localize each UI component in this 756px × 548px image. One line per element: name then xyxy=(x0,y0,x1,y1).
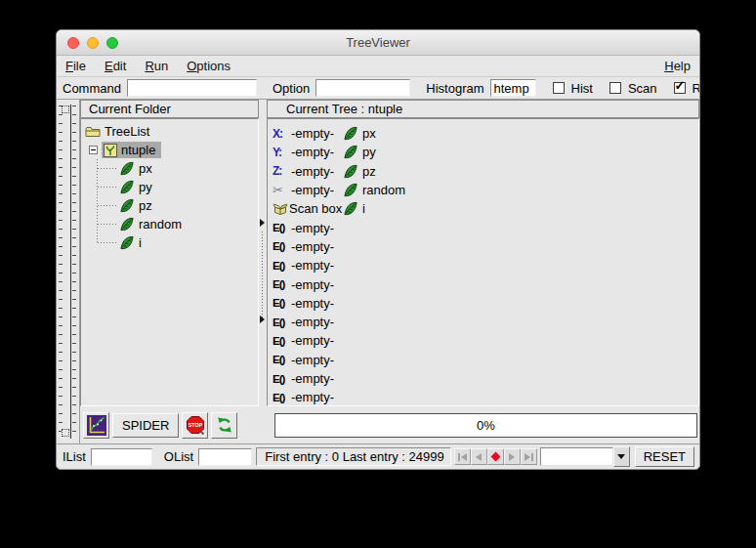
leaf-icon xyxy=(343,201,358,216)
leaf-icon xyxy=(343,164,358,179)
cut-expression-slot[interactable]: ✂ -empty- xyxy=(273,183,343,197)
entry-range-slider[interactable] xyxy=(57,100,79,443)
last-entry-button[interactable] xyxy=(521,448,537,465)
tree-item-ntuple[interactable]: ntuple xyxy=(81,141,258,159)
first-entry-button[interactable] xyxy=(454,448,471,465)
histogram-input[interactable] xyxy=(490,79,536,97)
menu-run[interactable]: Run xyxy=(145,59,168,73)
scan-box-icon xyxy=(273,201,289,216)
command-input[interactable] xyxy=(127,79,257,97)
next-entry-button[interactable] xyxy=(504,448,521,465)
tree-item-i[interactable]: i xyxy=(81,233,258,252)
leaf-item-px[interactable]: px xyxy=(343,126,376,141)
expression-item[interactable]: E() -empty- xyxy=(273,388,698,406)
expression-label: -empty- xyxy=(291,315,334,329)
slider-handle-bottom[interactable] xyxy=(62,429,69,437)
splitter-arrow-icon[interactable] xyxy=(260,219,265,227)
tree-item-random[interactable]: random xyxy=(81,215,258,233)
rec-checkbox[interactable]: ✓ Rec xyxy=(674,81,700,96)
expression-item[interactable]: E() -empty- xyxy=(273,218,698,236)
history-combobox[interactable] xyxy=(540,446,630,467)
ilist-input[interactable] xyxy=(91,448,152,466)
expression-item[interactable]: E() -empty- xyxy=(273,369,698,388)
x-expression-slot[interactable]: X: -empty- xyxy=(273,126,343,141)
expression-item[interactable]: E() -empty- xyxy=(273,256,698,274)
menu-edit[interactable]: Edit xyxy=(105,59,126,73)
collapse-icon[interactable] xyxy=(89,146,98,154)
stop-button[interactable] xyxy=(182,412,208,439)
refresh-button[interactable] xyxy=(211,412,237,439)
folder-icon xyxy=(85,126,101,138)
tree-item-py[interactable]: py xyxy=(81,178,258,196)
selected-tree-item[interactable]: ntuple xyxy=(102,142,161,158)
tree-item-pz[interactable]: pz xyxy=(81,196,258,215)
spider-button[interactable]: SPIDER xyxy=(112,413,179,438)
record-button[interactable] xyxy=(487,448,504,465)
entry-status: First entry : 0 Last entry : 24999 xyxy=(256,447,451,466)
draw-button[interactable] xyxy=(83,412,109,439)
olist-input[interactable] xyxy=(198,448,252,466)
action-buttons: SPIDER xyxy=(80,406,259,443)
minimize-button[interactable] xyxy=(87,37,99,49)
tree-item-label: random xyxy=(139,217,182,232)
expression-item[interactable]: E() -empty- xyxy=(273,351,698,369)
leaf-item-i[interactable]: i xyxy=(343,201,365,216)
expression-label: -empty- xyxy=(291,371,334,386)
combobox-dropdown-button[interactable] xyxy=(613,446,630,467)
leaf-item-random[interactable]: random xyxy=(343,183,405,197)
list-row: Y: -empty- py xyxy=(273,143,698,161)
leaf-label: random xyxy=(362,183,405,197)
tree-item-label: py xyxy=(139,180,152,194)
expression-icon: E() xyxy=(273,354,291,365)
splitter-arrow-icon[interactable] xyxy=(260,316,265,323)
ilist-label: IList xyxy=(63,449,86,464)
slider-handle-top[interactable] xyxy=(62,105,69,113)
hist-checkbox-box[interactable]: ✓ xyxy=(553,82,565,94)
expression-item[interactable]: E() -empty- xyxy=(273,294,698,313)
reset-button[interactable]: RESET xyxy=(635,446,694,467)
tree-panel-header: Current Tree : ntuple xyxy=(267,100,699,118)
scan-checkbox-box[interactable]: ✓ xyxy=(609,82,621,94)
expression-icon: E() xyxy=(273,392,291,403)
hist-checkbox[interactable]: ✓ Hist xyxy=(553,81,593,96)
menu-file[interactable]: File xyxy=(65,59,86,73)
check-icon: ✓ xyxy=(675,78,686,93)
rec-checkbox-box[interactable]: ✓ xyxy=(674,82,686,94)
tree-item-treelist[interactable]: TreeList xyxy=(81,122,258,141)
expression-icon: E() xyxy=(273,240,291,252)
leaf-icon xyxy=(343,145,358,159)
slider-track xyxy=(70,105,71,439)
y-axis-icon: Y: xyxy=(273,146,291,159)
z-expression-slot[interactable]: Z: -empty- xyxy=(273,164,343,179)
expression-item[interactable]: E() -empty- xyxy=(273,237,698,256)
leaf-icon xyxy=(119,161,135,176)
panel-splitter[interactable] xyxy=(259,100,267,443)
slot-label: -empty- xyxy=(291,126,334,141)
option-input[interactable] xyxy=(315,79,410,97)
y-expression-slot[interactable]: Y: -empty- xyxy=(273,145,343,159)
expression-label: -empty- xyxy=(291,277,334,292)
expression-label: -empty- xyxy=(291,353,334,367)
tree-item-label: pz xyxy=(139,198,152,213)
expression-item[interactable]: E() -empty- xyxy=(273,274,698,293)
tree-item-label: ntuple xyxy=(121,143,155,157)
expression-label: -empty- xyxy=(291,221,334,235)
maximize-button[interactable] xyxy=(106,37,118,49)
menu-help[interactable]: Help xyxy=(664,59,691,73)
expression-item[interactable]: E() -empty- xyxy=(273,331,698,350)
leaf-icon xyxy=(119,180,135,194)
scanbox-slot[interactable]: Scan box xyxy=(273,201,343,216)
leaf-item-py[interactable]: py xyxy=(343,145,376,159)
combobox-value[interactable] xyxy=(540,447,613,466)
previous-entry-button[interactable] xyxy=(471,448,487,465)
menu-options[interactable]: Options xyxy=(187,59,231,73)
expression-item[interactable]: E() -empty- xyxy=(273,313,698,331)
expression-icon: E() xyxy=(273,373,291,385)
scan-checkbox[interactable]: ✓ Scan xyxy=(609,81,657,96)
tree-item-px[interactable]: px xyxy=(81,159,258,178)
close-button[interactable] xyxy=(67,37,79,49)
slider-ticks-left xyxy=(59,105,63,438)
leaf-item-pz[interactable]: pz xyxy=(343,164,376,179)
histogram-label: Histogram xyxy=(426,81,483,96)
z-axis-icon: Z: xyxy=(273,164,291,178)
